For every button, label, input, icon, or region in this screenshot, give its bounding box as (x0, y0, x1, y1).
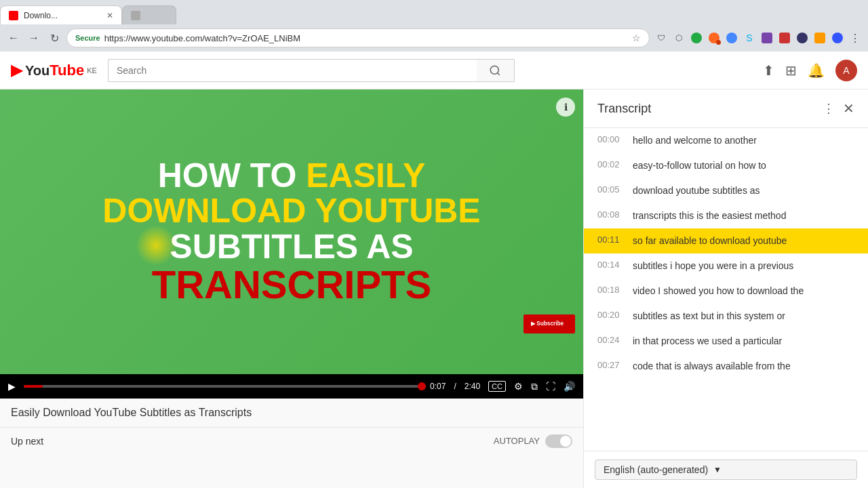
menu-icon[interactable]: ⋮ (848, 30, 863, 45)
transcript-item-text: subtitles as text but in this system or (633, 309, 785, 323)
extension-icon-1[interactable]: ⬡ (671, 30, 686, 45)
transcript-item[interactable]: 00:05download youtube subtitles as (584, 178, 868, 203)
cc-button[interactable]: CC (488, 381, 506, 392)
transcript-item[interactable]: 00:08transcripts this is the easiest met… (584, 203, 868, 228)
transcript-item[interactable]: 00:02easy-to-follow tutorial on how to (584, 153, 868, 178)
transcript-item-time: 00:27 (597, 359, 622, 373)
fullscreen-button[interactable]: ⛶ (546, 381, 555, 392)
toolbar-icons: 🛡 ⬡ S (654, 30, 863, 45)
transcript-item-time: 00:00 (597, 134, 622, 148)
extension-icon-3[interactable] (707, 30, 722, 45)
thumbnail-subtitles: SUBTITLES (170, 228, 358, 266)
language-select[interactable]: English (auto-generated) ▼ (595, 460, 857, 480)
tab-close-btn[interactable]: ✕ (106, 11, 113, 20)
extension-icon-9[interactable] (830, 30, 845, 45)
transcript-item[interactable]: 00:11so far available to download youtub… (584, 228, 868, 253)
search-input[interactable] (108, 59, 477, 82)
extension-icon-2[interactable] (689, 30, 704, 45)
up-next-bar: Up next AUTOPLAY (0, 427, 583, 454)
progress-fill (24, 385, 43, 388)
language-label: English (auto-generated) (604, 464, 708, 475)
avatar[interactable]: A (835, 60, 857, 81)
transcript-item-time: 00:11 (597, 234, 622, 248)
address-text: https://www.youtube.com/watch?v=ZrOAE_LN… (104, 33, 628, 43)
logo-region: KE (87, 66, 97, 75)
extension-icon-8[interactable] (812, 30, 827, 45)
cursor-highlight (136, 225, 176, 266)
transcript-item-time: 00:20 (597, 309, 622, 323)
logo-icon: ▶ (11, 62, 22, 79)
settings-button[interactable]: ⚙ (514, 381, 523, 392)
subscribe-button[interactable]: ▶ Subscribe (524, 314, 575, 333)
total-time: 2:40 (465, 382, 480, 391)
active-tab[interactable]: Downlo... ✕ (0, 5, 122, 24)
thumbnail-text-1: HOW TO EASILY (102, 158, 480, 194)
progress-bar[interactable] (24, 385, 422, 388)
transcript-item-text: subtitles i hope you were in a previous (633, 259, 793, 273)
transcript-item[interactable]: 00:24in that process we used a particula… (584, 329, 868, 354)
volume-button[interactable]: 🔊 (564, 381, 575, 392)
play-pause-button[interactable]: ▶ (8, 381, 16, 392)
youtube-header: ▶ YouTube KE ⬆ ⊞ 🔔 A (0, 52, 868, 89)
up-next-label: Up next (11, 436, 43, 447)
logo-text: YouTube (25, 62, 84, 79)
main-content: HOW TO EASILY DOWNLOAD YOUTUBE SUBTITLES… (0, 89, 868, 488)
notifications-icon[interactable]: 🔔 (808, 62, 825, 79)
video-player: HOW TO EASILY DOWNLOAD YOUTUBE SUBTITLES… (0, 89, 583, 374)
inactive-tab-favicon (131, 11, 140, 20)
transcript-item-text: so far available to download youtube (633, 234, 787, 248)
miniplayer-button[interactable]: ⧉ (531, 381, 538, 392)
transcript-item-text: download youtube subtitles as (633, 184, 760, 198)
forward-btn[interactable]: → (26, 30, 42, 46)
transcript-item-time: 00:02 (597, 159, 622, 173)
transcript-header: Transcript ⋮ ✕ (584, 89, 868, 128)
autoplay-toggle[interactable] (545, 434, 572, 448)
transcript-body[interactable]: 00:00hello and welcome to another00:02ea… (584, 128, 868, 451)
video-info-button[interactable]: ℹ (556, 98, 575, 117)
extension-icon-5[interactable] (760, 30, 774, 45)
transcript-item-text: in that process we used a particular (633, 334, 782, 348)
shield-icon[interactable]: 🛡 (654, 30, 669, 45)
tab-label: Downlo... (24, 11, 58, 20)
search-button[interactable] (477, 59, 515, 82)
video-page-info: Easily Download YouTube Subtitles as Tra… (0, 399, 583, 427)
secure-label: Secure (75, 34, 100, 42)
transcript-item[interactable]: 00:00hello and welcome to another (584, 128, 868, 153)
youtube-logo[interactable]: ▶ YouTube KE (11, 62, 97, 79)
extension-icon-7[interactable] (795, 30, 810, 45)
transcript-item-text: transcripts this is the easiest method (633, 209, 786, 223)
transcript-menu-icon[interactable]: ⋮ (823, 101, 835, 116)
extension-icon-4[interactable] (724, 30, 739, 45)
transcript-item-time: 00:08 (597, 209, 622, 223)
transcript-item-text: code that is always available from the (633, 359, 791, 373)
address-bar[interactable]: Secure https://www.youtube.com/watch?v=Z… (66, 28, 650, 47)
extension-icon-6[interactable] (777, 30, 792, 45)
upload-icon[interactable]: ⬆ (763, 62, 774, 79)
refresh-btn[interactable]: ↻ (46, 30, 62, 46)
transcript-item-text: easy-to-follow tutorial on how to (633, 159, 766, 173)
video-page-title: Easily Download YouTube Subtitles as Tra… (11, 407, 572, 419)
autoplay-label: AUTOPLAY (494, 436, 540, 446)
transcript-item[interactable]: 00:20subtitles as text but in this syste… (584, 304, 868, 329)
search-container (108, 59, 515, 82)
svg-text:▶ Subscribe: ▶ Subscribe (531, 321, 564, 327)
apps-icon[interactable]: ⊞ (785, 62, 797, 79)
transcript-item[interactable]: 00:27code that is always available from … (584, 354, 868, 379)
progress-dot (418, 382, 426, 390)
video-section: HOW TO EASILY DOWNLOAD YOUTUBE SUBTITLES… (0, 89, 583, 488)
transcript-item[interactable]: 00:14subtitles i hope you were in a prev… (584, 253, 868, 279)
autoplay-toggle-thumb (560, 436, 571, 447)
transcript-item-text: video I showed you how to download the (633, 284, 804, 298)
back-btn[interactable]: ← (5, 30, 22, 46)
inactive-tab[interactable] (122, 5, 176, 24)
transcript-footer: English (auto-generated) ▼ (584, 451, 868, 488)
time-separator: / (454, 382, 456, 391)
bookmark-icon[interactable]: ☆ (632, 33, 641, 43)
transcript-close-button[interactable]: ✕ (843, 100, 854, 117)
language-dropdown-arrow: ▼ (713, 465, 722, 474)
transcript-item-time: 00:24 (597, 334, 622, 348)
current-time: 0:07 (430, 382, 446, 391)
tab-favicon (9, 11, 18, 20)
transcript-item[interactable]: 00:18video I showed you how to download … (584, 279, 868, 304)
extension-icon-skype[interactable]: S (742, 30, 757, 45)
